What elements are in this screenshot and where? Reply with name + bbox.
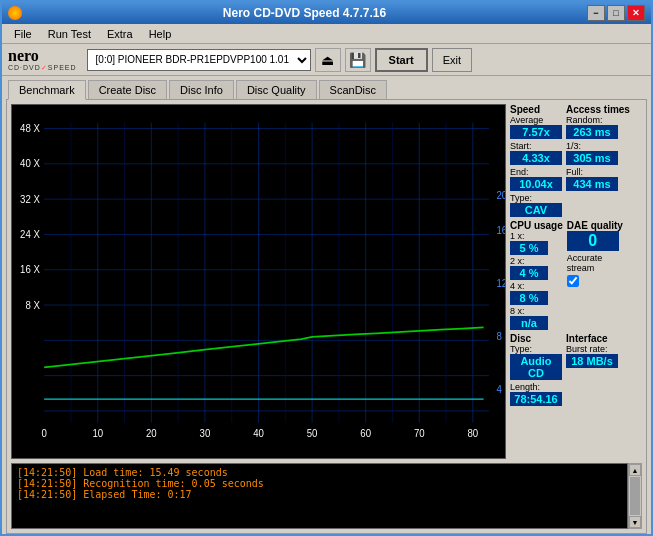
- svg-text:50: 50: [307, 427, 318, 439]
- toolbar: nero CD·DVD✓SPEED [0:0] PIONEER BDR-PR1E…: [2, 44, 651, 76]
- nero-logo-text: nero: [8, 48, 77, 64]
- menu-run-test[interactable]: Run Test: [40, 26, 99, 42]
- tab-scan-disc[interactable]: ScanDisc: [319, 80, 387, 99]
- speed-access-row: Speed Average 7.57x Start: 4.33x End: 10…: [510, 104, 642, 217]
- app-icon: [8, 6, 22, 20]
- menu-bar: File Run Test Extra Help: [2, 24, 651, 44]
- interface-header: Interface: [566, 333, 618, 344]
- one-third-label: 1/3:: [566, 141, 630, 151]
- tab-disc-info[interactable]: Disc Info: [169, 80, 234, 99]
- cpu-4x-value: 8 %: [510, 291, 548, 305]
- svg-text:8: 8: [496, 331, 502, 343]
- maximize-button[interactable]: □: [607, 5, 625, 21]
- disc-header: Disc: [510, 333, 562, 344]
- nero-logo: nero CD·DVD✓SPEED: [8, 48, 77, 71]
- svg-text:12: 12: [496, 278, 505, 290]
- svg-text:48 X: 48 X: [20, 123, 40, 135]
- svg-text:60: 60: [360, 427, 371, 439]
- accurate-label2: stream: [567, 263, 623, 273]
- stats-panel: Speed Average 7.57x Start: 4.33x End: 10…: [510, 104, 642, 459]
- interface-section: Interface Burst rate: 18 MB/s: [566, 333, 618, 406]
- disc-length-value: 78:54.16: [510, 392, 562, 406]
- eject-button[interactable]: ⏏: [315, 48, 341, 72]
- tab-disc-quality[interactable]: Disc Quality: [236, 80, 317, 99]
- svg-text:20: 20: [496, 190, 505, 202]
- svg-text:8 X: 8 X: [25, 299, 40, 311]
- minimize-button[interactable]: −: [587, 5, 605, 21]
- drive-dropdown[interactable]: [0:0] PIONEER BDR-PR1EPDVPP100 1.01: [87, 49, 311, 71]
- access-section: Access times Random: 263 ms 1/3: 305 ms …: [566, 104, 630, 217]
- menu-extra[interactable]: Extra: [99, 26, 141, 42]
- title-bar: Nero CD-DVD Speed 4.7.7.16 − □ ✕: [2, 2, 651, 24]
- speed-header: Speed: [510, 104, 562, 115]
- log-line-3: [14:21:50] Elapsed Time: 0:17: [17, 489, 622, 500]
- svg-text:0: 0: [41, 427, 47, 439]
- access-header: Access times: [566, 104, 630, 115]
- burst-value: 18 MB/s: [566, 354, 618, 368]
- tab-content: 48 X 40 X 32 X 24 X 16 X 8 X 20 16 12 8 …: [6, 99, 647, 534]
- chart-container: 48 X 40 X 32 X 24 X 16 X 8 X 20 16 12 8 …: [11, 104, 506, 459]
- chart-svg: 48 X 40 X 32 X 24 X 16 X 8 X 20 16 12 8 …: [12, 105, 505, 458]
- main-content-area: 48 X 40 X 32 X 24 X 16 X 8 X 20 16 12 8 …: [7, 100, 646, 463]
- tab-benchmark[interactable]: Benchmark: [8, 80, 86, 100]
- start-button[interactable]: Start: [375, 48, 428, 72]
- menu-help[interactable]: Help: [141, 26, 180, 42]
- cpu-2x-label: 2 x:: [510, 256, 563, 266]
- log-line-1: [14:21:50] Load time: 15.49 seconds: [17, 467, 622, 478]
- scroll-thumb[interactable]: [630, 477, 640, 515]
- cpu-1x-value: 5 %: [510, 241, 548, 255]
- svg-text:30: 30: [200, 427, 211, 439]
- disc-section: Disc Type: Audio CD Length: 78:54.16: [510, 333, 562, 406]
- accurate-label: Accurate: [567, 253, 623, 263]
- tab-bar: Benchmark Create Disc Disc Info Disc Qua…: [2, 76, 651, 99]
- scroll-up-button[interactable]: ▲: [629, 464, 641, 476]
- log-scrollbar: ▲ ▼: [628, 463, 642, 529]
- svg-text:4: 4: [496, 384, 502, 396]
- end-label: End:: [510, 167, 562, 177]
- window-controls: − □ ✕: [587, 5, 645, 21]
- window-title: Nero CD-DVD Speed 4.7.7.16: [22, 6, 587, 20]
- cpu-section: CPU usage 1 x: 5 % 2 x: 4 % 4 x: 8 % 8 x…: [510, 220, 563, 330]
- svg-text:80: 80: [467, 427, 478, 439]
- menu-file[interactable]: File: [6, 26, 40, 42]
- start-label: Start:: [510, 141, 562, 151]
- disc-length-label: Length:: [510, 382, 562, 392]
- disc-type-label: Type:: [510, 344, 562, 354]
- svg-text:32 X: 32 X: [20, 193, 40, 205]
- cpu-header: CPU usage: [510, 220, 563, 231]
- svg-text:10: 10: [92, 427, 103, 439]
- exit-button[interactable]: Exit: [432, 48, 472, 72]
- full-label: Full:: [566, 167, 630, 177]
- cpu-8x-label: 8 x:: [510, 306, 563, 316]
- one-third-value: 305 ms: [566, 151, 618, 165]
- scroll-down-button[interactable]: ▼: [629, 516, 641, 528]
- disc-interface-row: Disc Type: Audio CD Length: 78:54.16 Int…: [510, 333, 642, 406]
- accurate-checkbox[interactable]: [567, 275, 579, 287]
- svg-text:40 X: 40 X: [20, 158, 40, 170]
- cpu-dae-row: CPU usage 1 x: 5 % 2 x: 4 % 4 x: 8 % 8 x…: [510, 220, 642, 330]
- accurate-stream-check: [567, 275, 623, 287]
- disc-type-value: Audio CD: [510, 354, 562, 380]
- speed-section: Speed Average 7.57x Start: 4.33x End: 10…: [510, 104, 562, 217]
- svg-text:70: 70: [414, 427, 425, 439]
- end-value: 10.04x: [510, 177, 562, 191]
- tab-create-disc[interactable]: Create Disc: [88, 80, 167, 99]
- type-label: Type:: [510, 193, 562, 203]
- svg-text:24 X: 24 X: [20, 229, 40, 241]
- cpu-4x-label: 4 x:: [510, 281, 563, 291]
- burst-label: Burst rate:: [566, 344, 618, 354]
- nero-logo-sub: CD·DVD✓SPEED: [8, 64, 77, 71]
- cpu-2x-value: 4 %: [510, 266, 548, 280]
- random-label: Random:: [566, 115, 630, 125]
- average-value: 7.57x: [510, 125, 562, 139]
- application-window: Nero CD-DVD Speed 4.7.7.16 − □ ✕ File Ru…: [0, 0, 653, 536]
- dae-section: DAE quality 0 Accurate stream: [567, 220, 623, 330]
- log-section: [14:21:50] Load time: 15.49 seconds [14:…: [11, 463, 642, 529]
- close-button[interactable]: ✕: [627, 5, 645, 21]
- type-value: CAV: [510, 203, 562, 217]
- save-button[interactable]: 💾: [345, 48, 371, 72]
- dae-value: 0: [567, 231, 619, 251]
- log-line-2: [14:21:50] Recognition time: 0.05 second…: [17, 478, 622, 489]
- svg-text:40: 40: [253, 427, 264, 439]
- dae-header: DAE quality: [567, 220, 623, 231]
